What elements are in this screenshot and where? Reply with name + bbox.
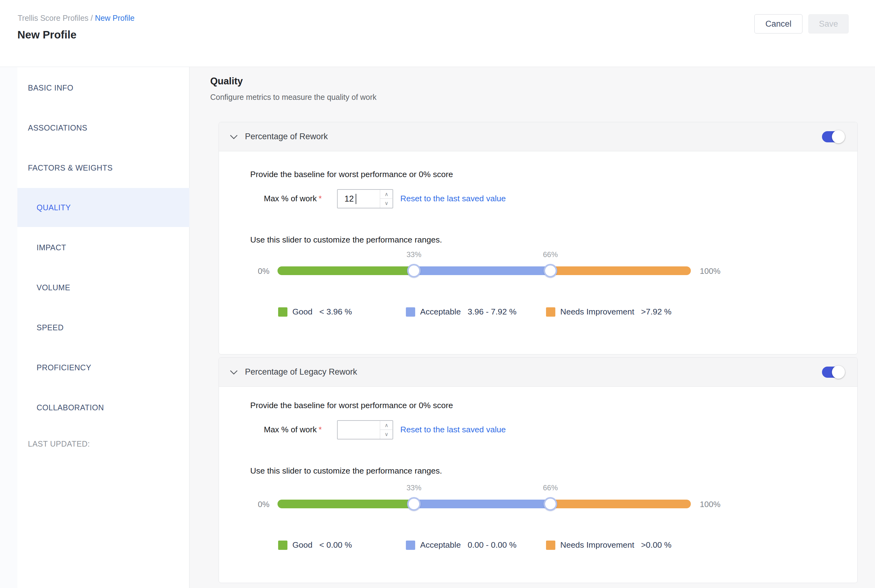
slider-tick-66: 66% <box>532 483 569 492</box>
sidebar-item-associations[interactable]: ASSOCIATIONS <box>17 108 189 147</box>
section-title: Percentage of Rework <box>245 132 328 141</box>
legend-name: Good <box>292 307 313 316</box>
last-updated-label: LAST UPDATED: <box>28 440 90 448</box>
chevron-down-icon[interactable] <box>229 134 238 141</box>
legend-range: < 0.00 % <box>319 540 352 550</box>
section-card-rework: Percentage of Rework Provide the baselin… <box>219 122 858 354</box>
slider-handle-1[interactable] <box>407 264 421 278</box>
chevron-down-icon[interactable] <box>229 369 238 377</box>
legend-range: 0.00 - 0.00 % <box>467 540 517 550</box>
needs-improvement-swatch <box>546 540 555 550</box>
cancel-button[interactable]: Cancel <box>754 14 802 33</box>
slider-handle-2[interactable] <box>544 264 557 278</box>
legend-name: Acceptable <box>420 307 461 316</box>
breadcrumb-parent: Trellis Score Profiles / <box>18 14 93 22</box>
slider-min-label: 0% <box>252 266 270 276</box>
baseline-text: Provide the baseline for worst performan… <box>250 170 453 179</box>
needs-improvement-swatch <box>546 308 555 316</box>
section-title: Percentage of Legacy Rework <box>245 367 357 377</box>
sidebar-item-proficiency[interactable]: PROFICIENCY <box>17 348 189 387</box>
legend-item-needs-improvement: Needs Improvement >0.00 % <box>546 540 671 550</box>
good-swatch <box>278 540 288 550</box>
number-stepper: ∧ ∨ <box>380 421 393 439</box>
section-header-rework[interactable]: Percentage of Rework <box>219 122 857 152</box>
slider-segment-good <box>277 500 414 508</box>
sidebar-item-speed[interactable]: SPEED <box>17 308 189 347</box>
legend-name: Good <box>292 540 313 550</box>
field-label-text: Max % of work <box>264 194 317 203</box>
slider-max-label: 100% <box>700 266 721 276</box>
toggle-knob <box>832 130 845 143</box>
slider-segment-acceptable <box>414 266 550 275</box>
left-gutter <box>0 67 17 588</box>
legend-item-acceptable: Acceptable 3.96 - 7.92 % <box>406 307 517 316</box>
acceptable-swatch <box>406 540 415 550</box>
section-header-legacy-rework[interactable]: Percentage of Legacy Rework <box>219 358 857 387</box>
legend-item-good: Good < 3.96 % <box>278 307 352 316</box>
slider-track <box>277 266 691 275</box>
slider-caption: Use this slider to customize the perform… <box>250 235 442 245</box>
slider-handle-2[interactable] <box>544 497 557 511</box>
field-label: Max % of work* <box>264 194 322 204</box>
required-asterisk: * <box>319 425 322 434</box>
slider-tick-33: 33% <box>396 250 433 259</box>
legend-range: >0.00 % <box>641 540 671 550</box>
text-caret <box>356 194 356 204</box>
sidebar-item-quality[interactable]: QUALITY <box>17 188 189 227</box>
reset-link[interactable]: Reset to the last saved value <box>400 425 506 435</box>
sidebar-item-impact[interactable]: IMPACT <box>17 228 189 267</box>
slider-tick-66: 66% <box>532 250 569 259</box>
slider-max-label: 100% <box>700 500 721 509</box>
slider-segment-good <box>277 266 414 275</box>
field-label-text: Max % of work <box>264 425 317 434</box>
slider-min-label: 0% <box>252 500 270 509</box>
stepper-up-button[interactable]: ∧ <box>380 421 393 430</box>
legend-range: >7.92 % <box>641 307 671 316</box>
slider-tick-33: 33% <box>396 483 433 492</box>
main-subtitle: Configure metrics to measure the quality… <box>210 93 376 102</box>
top-header: Trellis Score Profiles / New Profile New… <box>0 0 875 67</box>
main-title: Quality <box>210 76 243 87</box>
breadcrumb: Trellis Score Profiles / New Profile <box>18 14 135 22</box>
legend-name: Needs Improvement <box>560 307 634 316</box>
slider-segment-needs-improvement <box>550 500 691 508</box>
section-card-legacy-rework: Percentage of Legacy Rework Provide the … <box>219 357 858 583</box>
max-percent-field: ∧ ∨ <box>337 420 393 440</box>
page-title: New Profile <box>17 28 76 41</box>
legend-item-good: Good < 0.00 % <box>278 540 352 550</box>
legend-range: 3.96 - 7.92 % <box>467 307 517 316</box>
baseline-text: Provide the baseline for worst performan… <box>250 400 453 410</box>
enabled-toggle[interactable] <box>822 365 845 379</box>
slider-caption: Use this slider to customize the perform… <box>250 466 442 476</box>
max-percent-field: ∧ ∨ <box>337 189 393 208</box>
field-label: Max % of work* <box>264 425 322 435</box>
slider-segment-acceptable <box>414 500 550 508</box>
save-button: Save <box>808 14 849 33</box>
slider-segment-needs-improvement <box>550 266 691 275</box>
stepper-down-button[interactable]: ∨ <box>380 199 393 208</box>
legend-item-needs-improvement: Needs Improvement >7.92 % <box>546 307 671 316</box>
sidebar: BASIC INFO ASSOCIATIONS FACTORS & WEIGHT… <box>17 67 189 588</box>
stepper-up-button[interactable]: ∧ <box>380 190 393 199</box>
sidebar-item-factors-weights[interactable]: FACTORS & WEIGHTS <box>17 148 189 188</box>
sidebar-item-volume[interactable]: VOLUME <box>17 268 189 307</box>
slider-handle-1[interactable] <box>407 497 421 511</box>
slider-track <box>277 500 691 508</box>
legend-name: Needs Improvement <box>560 540 634 550</box>
stepper-down-button[interactable]: ∨ <box>380 430 393 439</box>
breadcrumb-link-new-profile[interactable]: New Profile <box>95 14 135 22</box>
sidebar-item-collaboration[interactable]: COLLABORATION <box>17 388 189 427</box>
good-swatch <box>278 308 288 316</box>
number-stepper: ∧ ∨ <box>380 190 393 208</box>
max-percent-input[interactable] <box>338 190 381 208</box>
acceptable-swatch <box>406 308 415 316</box>
max-percent-input[interactable] <box>338 421 381 439</box>
legend-item-acceptable: Acceptable 0.00 - 0.00 % <box>406 540 517 550</box>
reset-link[interactable]: Reset to the last saved value <box>400 194 506 204</box>
sidebar-item-basic-info[interactable]: BASIC INFO <box>17 68 189 107</box>
toggle-knob <box>832 366 845 379</box>
enabled-toggle[interactable] <box>822 130 845 144</box>
legend-name: Acceptable <box>420 540 461 550</box>
required-asterisk: * <box>319 194 322 203</box>
legend-range: < 3.96 % <box>319 307 352 316</box>
